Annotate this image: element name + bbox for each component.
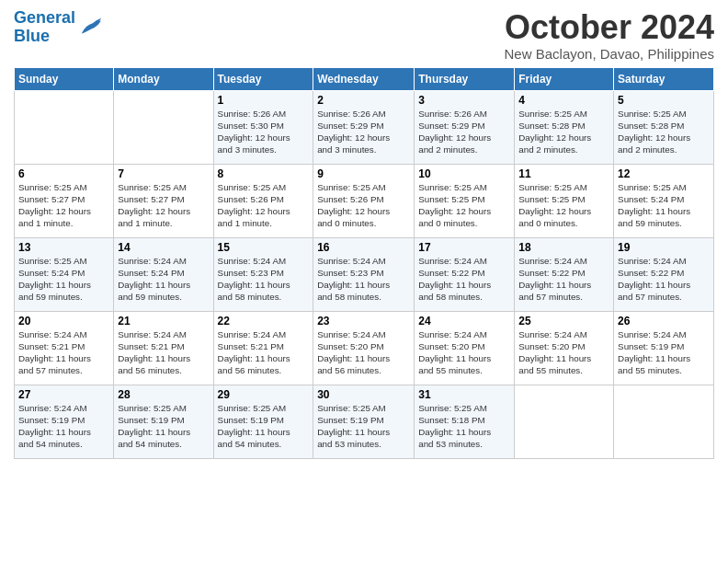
day-detail: Sunrise: 5:26 AM Sunset: 5:29 PM Dayligh… [317,108,410,156]
calendar-cell: 22Sunrise: 5:24 AM Sunset: 5:21 PM Dayli… [213,311,313,385]
day-detail: Sunrise: 5:26 AM Sunset: 5:29 PM Dayligh… [418,108,510,156]
calendar-cell [15,90,114,164]
calendar-cell: 11Sunrise: 5:25 AM Sunset: 5:25 PM Dayli… [515,164,614,237]
day-number: 10 [418,167,510,180]
calendar-cell: 3Sunrise: 5:26 AM Sunset: 5:29 PM Daylig… [415,90,515,164]
day-number: 6 [18,167,109,180]
header: General Blue October 2024 New Baclayon, … [14,9,714,62]
day-number: 13 [18,241,109,254]
calendar-cell: 7Sunrise: 5:25 AM Sunset: 5:27 PM Daylig… [114,164,213,237]
calendar-cell: 12Sunrise: 5:25 AM Sunset: 5:24 PM Dayli… [614,164,714,237]
logo-general: General [14,8,75,27]
day-detail: Sunrise: 5:24 AM Sunset: 5:21 PM Dayligh… [18,328,109,377]
calendar-header: SundayMondayTuesdayWednesdayThursdayFrid… [15,67,714,90]
day-number: 14 [118,241,209,254]
calendar-cell: 1Sunrise: 5:26 AM Sunset: 5:30 PM Daylig… [213,90,313,164]
day-number: 21 [118,315,209,327]
title-area: October 2024 New Baclayon, Davao, Philip… [505,9,714,62]
day-number: 8 [218,167,310,180]
day-number: 29 [218,388,310,401]
month-title: October 2024 [505,9,714,46]
day-detail: Sunrise: 5:25 AM Sunset: 5:25 PM Dayligh… [518,181,609,230]
day-number: 4 [518,94,609,107]
day-number: 28 [118,388,209,401]
day-number: 2 [317,94,410,107]
logo-bird-icon [77,17,103,38]
day-number: 23 [317,315,410,327]
day-detail: Sunrise: 5:25 AM Sunset: 5:28 PM Dayligh… [518,108,609,156]
day-detail: Sunrise: 5:25 AM Sunset: 5:18 PM Dayligh… [418,402,510,451]
day-detail: Sunrise: 5:26 AM Sunset: 5:30 PM Dayligh… [218,108,310,156]
day-number: 19 [618,241,710,254]
calendar-cell: 9Sunrise: 5:25 AM Sunset: 5:26 PM Daylig… [313,164,415,237]
calendar-week-3: 13Sunrise: 5:25 AM Sunset: 5:24 PM Dayli… [15,237,714,311]
logo: General Blue [14,9,103,46]
calendar-cell: 28Sunrise: 5:25 AM Sunset: 5:19 PM Dayli… [114,385,213,458]
day-detail: Sunrise: 5:25 AM Sunset: 5:24 PM Dayligh… [18,255,109,304]
calendar-cell: 19Sunrise: 5:24 AM Sunset: 5:22 PM Dayli… [614,237,714,311]
day-detail: Sunrise: 5:24 AM Sunset: 5:23 PM Dayligh… [317,255,410,304]
calendar-cell: 29Sunrise: 5:25 AM Sunset: 5:19 PM Dayli… [213,385,313,458]
day-number: 3 [418,94,510,107]
weekday-header-tuesday: Tuesday [213,67,313,90]
day-number: 9 [317,167,410,180]
weekday-header-saturday: Saturday [614,67,714,90]
calendar-cell: 24Sunrise: 5:24 AM Sunset: 5:20 PM Dayli… [415,311,515,385]
calendar-cell: 16Sunrise: 5:24 AM Sunset: 5:23 PM Dayli… [313,237,415,311]
day-detail: Sunrise: 5:25 AM Sunset: 5:27 PM Dayligh… [118,181,209,230]
day-detail: Sunrise: 5:24 AM Sunset: 5:21 PM Dayligh… [118,328,209,377]
calendar-week-5: 27Sunrise: 5:24 AM Sunset: 5:19 PM Dayli… [15,385,714,458]
day-detail: Sunrise: 5:24 AM Sunset: 5:19 PM Dayligh… [618,328,710,377]
page: General Blue October 2024 New Baclayon, … [0,0,728,468]
calendar-week-4: 20Sunrise: 5:24 AM Sunset: 5:21 PM Dayli… [15,311,714,385]
calendar-cell [614,385,714,458]
day-number: 31 [418,388,510,401]
weekday-header-thursday: Thursday [415,67,515,90]
calendar-cell [515,385,614,458]
calendar-cell: 23Sunrise: 5:24 AM Sunset: 5:20 PM Dayli… [313,311,415,385]
day-number: 26 [618,315,710,327]
day-number: 24 [418,315,510,327]
day-detail: Sunrise: 5:24 AM Sunset: 5:19 PM Dayligh… [18,402,109,451]
calendar-cell: 21Sunrise: 5:24 AM Sunset: 5:21 PM Dayli… [114,311,213,385]
day-number: 22 [218,315,310,327]
day-detail: Sunrise: 5:24 AM Sunset: 5:21 PM Dayligh… [218,328,310,377]
logo-blue: Blue [14,27,50,45]
day-number: 25 [518,315,609,327]
calendar-table: SundayMondayTuesdayWednesdayThursdayFrid… [14,67,714,459]
day-number: 15 [218,241,310,254]
day-detail: Sunrise: 5:25 AM Sunset: 5:28 PM Dayligh… [618,108,710,156]
calendar-cell: 6Sunrise: 5:25 AM Sunset: 5:27 PM Daylig… [15,164,114,237]
calendar-cell: 18Sunrise: 5:24 AM Sunset: 5:22 PM Dayli… [515,237,614,311]
calendar-cell: 25Sunrise: 5:24 AM Sunset: 5:20 PM Dayli… [515,311,614,385]
calendar-cell: 13Sunrise: 5:25 AM Sunset: 5:24 PM Dayli… [15,237,114,311]
day-detail: Sunrise: 5:24 AM Sunset: 5:20 PM Dayligh… [518,328,609,377]
calendar-cell: 10Sunrise: 5:25 AM Sunset: 5:25 PM Dayli… [415,164,515,237]
calendar-cell: 14Sunrise: 5:24 AM Sunset: 5:24 PM Dayli… [114,237,213,311]
day-detail: Sunrise: 5:25 AM Sunset: 5:19 PM Dayligh… [218,402,310,451]
day-detail: Sunrise: 5:25 AM Sunset: 5:26 PM Dayligh… [317,181,410,230]
day-detail: Sunrise: 5:25 AM Sunset: 5:25 PM Dayligh… [418,181,510,230]
calendar-cell: 2Sunrise: 5:26 AM Sunset: 5:29 PM Daylig… [313,90,415,164]
day-number: 17 [418,241,510,254]
calendar-cell: 8Sunrise: 5:25 AM Sunset: 5:26 PM Daylig… [213,164,313,237]
weekday-header-monday: Monday [114,67,213,90]
weekday-header-row: SundayMondayTuesdayWednesdayThursdayFrid… [15,67,714,90]
day-detail: Sunrise: 5:25 AM Sunset: 5:26 PM Dayligh… [218,181,310,230]
calendar-cell: 20Sunrise: 5:24 AM Sunset: 5:21 PM Dayli… [15,311,114,385]
calendar-body: 1Sunrise: 5:26 AM Sunset: 5:30 PM Daylig… [15,90,714,458]
day-detail: Sunrise: 5:24 AM Sunset: 5:20 PM Dayligh… [317,328,410,377]
weekday-header-sunday: Sunday [15,67,114,90]
calendar-cell: 26Sunrise: 5:24 AM Sunset: 5:19 PM Dayli… [614,311,714,385]
weekday-header-friday: Friday [515,67,614,90]
day-detail: Sunrise: 5:24 AM Sunset: 5:20 PM Dayligh… [418,328,510,377]
day-number: 5 [618,94,710,107]
day-detail: Sunrise: 5:24 AM Sunset: 5:23 PM Dayligh… [218,255,310,304]
calendar-week-1: 1Sunrise: 5:26 AM Sunset: 5:30 PM Daylig… [15,90,714,164]
calendar-cell: 31Sunrise: 5:25 AM Sunset: 5:18 PM Dayli… [415,385,515,458]
calendar-week-2: 6Sunrise: 5:25 AM Sunset: 5:27 PM Daylig… [15,164,714,237]
day-number: 30 [317,388,410,401]
calendar-cell: 27Sunrise: 5:24 AM Sunset: 5:19 PM Dayli… [15,385,114,458]
day-number: 11 [518,167,609,180]
calendar-cell: 15Sunrise: 5:24 AM Sunset: 5:23 PM Dayli… [213,237,313,311]
